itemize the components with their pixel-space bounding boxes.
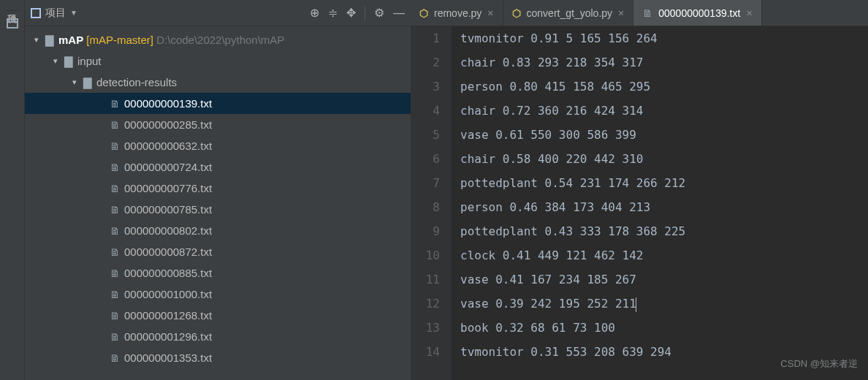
- folder-label: input: [77, 55, 102, 67]
- code-line[interactable]: vase 0.41 167 234 185 267: [460, 267, 685, 292]
- root-name: mAP: [58, 34, 83, 46]
- sidebar-title: 项目: [45, 7, 66, 20]
- text-caret: [636, 297, 636, 312]
- caret-down-icon[interactable]: ▾: [70, 77, 79, 87]
- code-line[interactable]: chair 0.58 400 220 442 310: [460, 147, 685, 171]
- code-line[interactable]: book 0.32 68 61 73 100: [460, 316, 685, 340]
- tree-file[interactable]: 🗎000000001000.txt: [25, 284, 411, 305]
- folder-icon: ▇: [45, 34, 54, 47]
- code-line[interactable]: chair 0.72 360 216 424 314: [460, 99, 685, 123]
- view-dropdown-icon[interactable]: ▼: [70, 9, 77, 17]
- caret-down-icon[interactable]: ▾: [51, 56, 60, 66]
- file-label: 000000000885.txt: [124, 267, 212, 279]
- caret-down-icon[interactable]: ▾: [32, 35, 41, 45]
- file-label: 000000000139.txt: [124, 97, 212, 110]
- code-line[interactable]: tvmonitor 0.91 5 165 156 264: [460, 26, 685, 50]
- tree-file[interactable]: 🗎000000000885.txt: [25, 262, 411, 284]
- text-file-icon: 🗎: [110, 331, 120, 343]
- locate-icon[interactable]: ⊕: [310, 6, 319, 20]
- editor-body[interactable]: 1234567891011121314 tvmonitor 0.91 5 165…: [411, 26, 868, 380]
- code-line[interactable]: vase 0.39 242 195 252 211: [460, 292, 685, 316]
- code-line[interactable]: clock 0.41 449 121 462 142: [460, 243, 685, 267]
- file-label: 000000001000.txt: [124, 288, 212, 300]
- tree-file[interactable]: 🗎000000000139.txt: [25, 93, 411, 114]
- project-sidebar: 项目 ▼ ⊕ ≑ ✥ ⚙ — ▾ ▇ mAP [mAP-master] D:\c…: [25, 0, 411, 380]
- expand-icon[interactable]: ✥: [346, 6, 356, 20]
- watermark: CSDN @知来者逆: [780, 352, 858, 376]
- tree-root[interactable]: ▾ ▇ mAP [mAP-master] D:\code\2022\python…: [25, 29, 411, 50]
- line-number: 14: [411, 340, 440, 364]
- python-file-icon: ⬡: [512, 7, 521, 19]
- code-line[interactable]: person 0.46 384 173 404 213: [460, 195, 685, 219]
- folder-label: detection-results: [96, 76, 177, 88]
- line-number: 12: [411, 292, 440, 316]
- text-file-icon: 🗎: [110, 246, 120, 258]
- file-label: 000000000724.txt: [124, 161, 212, 173]
- editor-tabs: ⬡remove.py×⬡convert_gt_yolo.py×🗎00000000…: [411, 0, 868, 26]
- code-line[interactable]: pottedplant 0.43 333 178 368 225: [460, 219, 685, 243]
- tab-remove-py[interactable]: ⬡remove.py×: [411, 0, 503, 26]
- line-number: 6: [411, 147, 440, 171]
- tree-file[interactable]: 🗎000000000285.txt: [25, 114, 411, 135]
- hide-icon[interactable]: —: [393, 7, 405, 20]
- tree-file[interactable]: 🗎000000000724.txt: [25, 156, 411, 178]
- tree-file[interactable]: 🗎000000000776.txt: [25, 178, 411, 199]
- file-label: 000000001268.txt: [124, 309, 212, 322]
- tree-file[interactable]: 🗎000000000802.txt: [25, 220, 411, 241]
- text-file-icon: 🗎: [110, 225, 120, 237]
- tree-folder-detection[interactable]: ▾ ▇ detection-results: [25, 72, 411, 93]
- line-number: 2: [411, 50, 440, 75]
- line-number: 7: [411, 171, 440, 195]
- structure-icon[interactable]: [7, 18, 18, 28]
- tree-file[interactable]: 🗎000000001353.txt: [25, 347, 411, 368]
- folder-icon: ▇: [83, 76, 92, 89]
- tab-label: remove.py: [434, 7, 481, 19]
- line-gutter: 1234567891011121314: [411, 26, 452, 380]
- python-file-icon: ⬡: [419, 7, 428, 19]
- tab-label: convert_gt_yolo.py: [527, 7, 613, 19]
- code-line[interactable]: pottedplant 0.54 231 174 266 212: [460, 171, 685, 195]
- tab-convert_gt_yolo-py[interactable]: ⬡convert_gt_yolo.py×: [503, 0, 634, 26]
- line-number: 8: [411, 195, 440, 219]
- gear-icon[interactable]: ⚙: [374, 6, 384, 20]
- text-file-icon: 🗎: [110, 352, 120, 364]
- code-line[interactable]: person 0.80 415 158 465 295: [460, 75, 685, 99]
- line-number: 1: [411, 26, 440, 50]
- text-file-icon: 🗎: [110, 183, 120, 194]
- code-line[interactable]: chair 0.83 293 218 354 317: [460, 50, 685, 75]
- tree-folder-input[interactable]: ▾ ▇ input: [25, 50, 411, 72]
- file-label: 000000001353.txt: [124, 352, 212, 364]
- text-file-icon: 🗎: [110, 140, 120, 152]
- file-label: 000000000802.txt: [124, 224, 212, 237]
- root-path: D:\code\2022\python\mAP: [156, 34, 284, 46]
- text-file-icon: 🗎: [110, 162, 120, 173]
- project-tool-label[interactable]: 项目: [6, 4, 19, 11]
- code-content[interactable]: tvmonitor 0.91 5 165 156 264chair 0.83 2…: [452, 26, 685, 380]
- tree-file[interactable]: 🗎000000000785.txt: [25, 199, 411, 220]
- tree-file[interactable]: 🗎000000001296.txt: [25, 326, 411, 347]
- close-icon[interactable]: ×: [487, 7, 493, 19]
- line-number: 5: [411, 123, 440, 147]
- text-file-icon: 🗎: [110, 119, 120, 131]
- line-number: 4: [411, 99, 440, 123]
- collapse-icon[interactable]: ≑: [328, 6, 338, 20]
- tree-file[interactable]: 🗎000000000872.txt: [25, 241, 411, 262]
- tree-file[interactable]: 🗎000000001268.txt: [25, 305, 411, 326]
- sidebar-header: 项目 ▼ ⊕ ≑ ✥ ⚙ —: [25, 0, 411, 26]
- line-number: 3: [411, 75, 440, 99]
- file-label: 000000001296.txt: [124, 330, 212, 343]
- text-file-icon: 🗎: [110, 310, 120, 322]
- svg-rect-0: [7, 19, 18, 28]
- text-file-icon: 🗎: [110, 267, 120, 279]
- close-icon[interactable]: ×: [618, 7, 624, 19]
- tab-000000000139-txt[interactable]: 🗎000000000139.txt×: [633, 0, 761, 26]
- code-line[interactable]: tvmonitor 0.31 553 208 639 294: [460, 340, 685, 364]
- line-number: 10: [411, 243, 440, 267]
- toolbar-divider: [365, 7, 365, 20]
- close-icon[interactable]: ×: [746, 7, 752, 19]
- tree-file[interactable]: 🗎000000000632.txt: [25, 135, 411, 156]
- file-label: 000000000285.txt: [124, 118, 212, 131]
- code-line[interactable]: vase 0.61 550 300 586 399: [460, 123, 685, 147]
- tab-label: 000000000139.txt: [658, 7, 740, 19]
- project-view-icon: [31, 8, 41, 18]
